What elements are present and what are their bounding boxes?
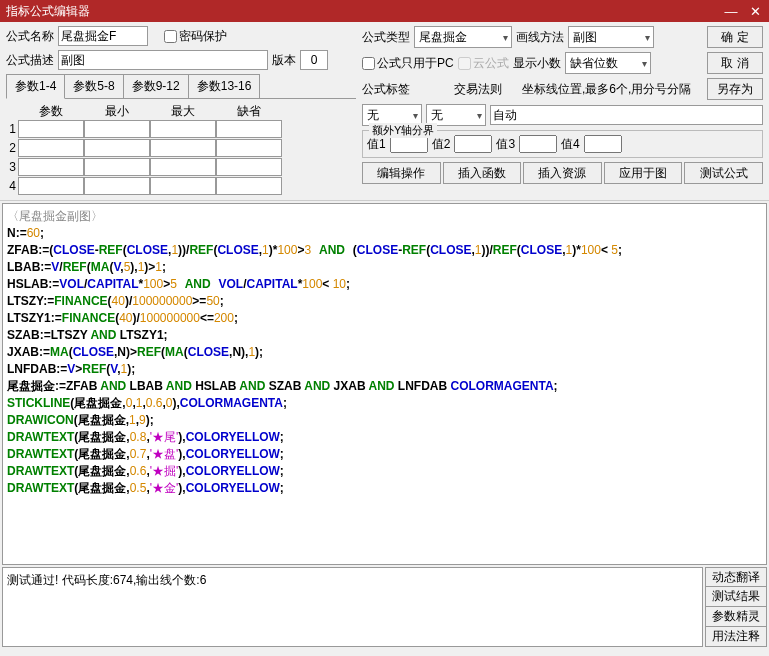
p1-max[interactable] xyxy=(150,120,216,138)
draw-label: 画线方法 xyxy=(516,29,564,46)
p3-max[interactable] xyxy=(150,158,216,176)
axis-input[interactable] xyxy=(490,105,763,125)
yaxis-group: 额外Y轴分界 值1 值2 值3 值4 xyxy=(362,130,763,158)
p1-def[interactable] xyxy=(216,120,282,138)
test-result-button[interactable]: 测试结果 xyxy=(705,587,767,607)
tab-params-1-4[interactable]: 参数1-4 xyxy=(6,74,65,99)
desc-label: 公式描述 xyxy=(6,52,54,69)
cloud-checkbox: 云公式 xyxy=(458,55,509,72)
desc-input[interactable] xyxy=(58,50,268,70)
cancel-button[interactable]: 取 消 xyxy=(707,52,763,74)
type-label: 公式类型 xyxy=(362,29,410,46)
insert-fn-button[interactable]: 插入函数 xyxy=(443,162,522,184)
p4-name[interactable] xyxy=(18,177,84,195)
tab-params-13-16[interactable]: 参数13-16 xyxy=(188,74,261,98)
name-input[interactable] xyxy=(58,26,148,46)
p2-def[interactable] xyxy=(216,139,282,157)
decimal-label: 显示小数 xyxy=(513,55,561,72)
type-select[interactable]: 尾盘掘金 xyxy=(414,26,512,48)
p4-def[interactable] xyxy=(216,177,282,195)
p4-max[interactable] xyxy=(150,177,216,195)
p2-max[interactable] xyxy=(150,139,216,157)
p3-name[interactable] xyxy=(18,158,84,176)
dyn-trans-button[interactable]: 动态翻译 xyxy=(705,567,767,587)
window-title: 指标公式编辑器 xyxy=(6,3,90,20)
insert-res-button[interactable]: 插入资源 xyxy=(523,162,602,184)
p2-name[interactable] xyxy=(18,139,84,157)
tab-params-5-8[interactable]: 参数5-8 xyxy=(64,74,123,98)
pc-only-checkbox[interactable]: 公式只用于PC xyxy=(362,55,454,72)
p3-def[interactable] xyxy=(216,158,282,176)
edit-op-button[interactable]: 编辑操作 xyxy=(362,162,441,184)
tab-params-9-12[interactable]: 参数9-12 xyxy=(123,74,189,98)
p3-min[interactable] xyxy=(84,158,150,176)
decimal-select[interactable]: 缺省位数 xyxy=(565,52,651,74)
usage-button[interactable]: 用法注释 xyxy=(705,627,767,647)
y2-input[interactable] xyxy=(454,135,492,153)
axis-label: 坐标线位置,最多6个,用分号分隔 xyxy=(522,81,691,98)
close-button[interactable]: ✕ xyxy=(747,3,763,19)
ok-button[interactable]: 确 定 xyxy=(707,26,763,48)
draw-select[interactable]: 副图 xyxy=(568,26,654,48)
param-wizard-button[interactable]: 参数精灵 xyxy=(705,607,767,627)
title-bar: 指标公式编辑器 — ✕ xyxy=(0,0,769,22)
ver-input[interactable] xyxy=(300,50,328,70)
rule-label: 交易法则 xyxy=(454,81,502,98)
toolbar: 公式名称 密码保护 公式描述 版本 参数1-4 参数5-8 参数9-12 参数1… xyxy=(0,22,769,201)
ver-label: 版本 xyxy=(272,52,296,69)
status-area: 测试通过! 代码长度:674,输出线个数:6 xyxy=(2,567,703,647)
y3-input[interactable] xyxy=(519,135,557,153)
tag-label: 公式标签 xyxy=(362,81,410,98)
password-checkbox[interactable]: 密码保护 xyxy=(164,28,227,45)
name-label: 公式名称 xyxy=(6,28,54,45)
apply-button[interactable]: 应用于图 xyxy=(604,162,683,184)
param-tabs: 参数1-4 参数5-8 参数9-12 参数13-16 xyxy=(6,74,356,99)
test-button[interactable]: 测试公式 xyxy=(684,162,763,184)
p4-min[interactable] xyxy=(84,177,150,195)
saveas-button[interactable]: 另存为 xyxy=(707,78,763,100)
minimize-button[interactable]: — xyxy=(723,3,739,19)
p1-min[interactable] xyxy=(84,120,150,138)
y4-input[interactable] xyxy=(584,135,622,153)
code-editor[interactable]: 〈尾盘掘金副图〉 N:=60; ZFAB:=(CLOSE-REF(CLOSE,1… xyxy=(2,203,767,565)
status-text: 测试通过! 代码长度:674,输出线个数:6 xyxy=(7,573,206,587)
p2-min[interactable] xyxy=(84,139,150,157)
p1-name[interactable] xyxy=(18,120,84,138)
param-grid: 参数 最小 最大 缺省 1 2 3 4 xyxy=(6,103,356,195)
